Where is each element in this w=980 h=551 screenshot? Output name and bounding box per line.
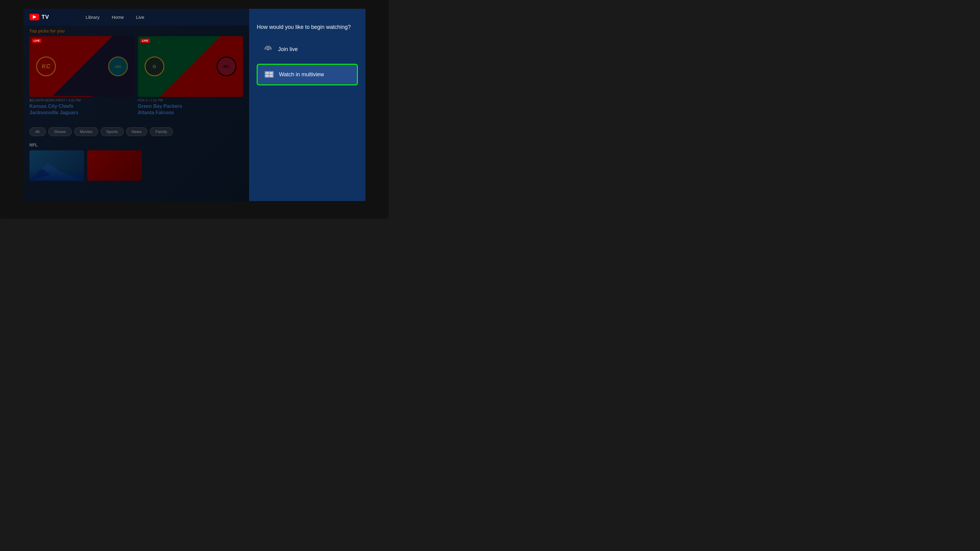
kc-chiefs-logo-area: KC [35,56,57,77]
falcons-logo-area: ATL [216,56,237,77]
jaguars-logo: JAG [108,57,128,76]
mv-cell-2 [269,72,273,74]
filter-shows[interactable]: Shows [48,127,72,136]
nav-library[interactable]: Library [86,14,100,20]
nfl-cards [29,150,243,181]
mv-cell-3 [266,75,269,77]
filter-buttons: 4K Shows Movies Sports News Family [29,127,173,136]
jaguars-logo-area: JAG [108,56,129,77]
card-1-info: ATLANTA NEWS FIRST • 1:01 PM Kansas City… [29,98,135,116]
live-badge-1: LIVE [32,38,41,43]
nav-home[interactable]: Home [112,14,124,20]
card-1-channel-time: ATLANTA NEWS FIRST • 1:01 PM [29,98,135,102]
multiview-icon [264,69,274,80]
mv-cell-4 [269,75,273,77]
top-picks-label: Top picks for you [29,29,65,33]
signal-icon [263,44,274,55]
play-triangle [33,15,37,19]
left-panel: TV Library Home Live Top picks for you 3… [23,9,249,202]
card-2-channel-time: FOX 5 • 1:01 PM [138,98,243,102]
watch-multiview-label: Watch in multiview [279,71,324,78]
nav-live[interactable]: Live [136,14,145,20]
filter-family[interactable]: Family [150,127,173,136]
watch-multiview-option[interactable]: Watch in multiview [257,64,358,85]
mv-cell-1 [266,72,269,74]
gb-packers-logo-area: G [144,56,165,77]
nfl-card-1[interactable] [29,150,84,181]
filter-news[interactable]: News [126,127,148,136]
live-badge-2: LIVE [140,38,150,43]
card-packers-falcons[interactable]: LIVE G ATL [138,36,243,97]
nav-links: Library Home Live [86,14,144,20]
cards-container: LIVE KC JAG LIVE G ATL [29,36,243,97]
card-1-game-title: Kansas City Chiefs Jacksonville Jaguars [29,103,135,116]
nfl-label: NFL [29,143,243,147]
screen: TV Library Home Live Top picks for you 3… [23,9,366,202]
svg-marker-0 [29,162,84,181]
youtube-tv-logo: TV [29,14,49,21]
filter-4k[interactable]: 4K [29,127,46,136]
youtube-icon [29,14,39,21]
filter-movies[interactable]: Movies [74,127,98,136]
join-live-option[interactable]: Join live [257,40,358,59]
nfl-card-2[interactable] [87,150,142,181]
join-live-label: Join live [278,46,298,52]
tv-frame: TV Library Home Live Top picks for you 3… [0,0,389,219]
kc-logo: KC [36,57,56,76]
gb-logo: G [145,57,164,76]
svg-point-2 [267,48,269,50]
nfl-section: NFL [29,143,243,181]
progress-bar-1 [29,96,93,97]
card-2-game-title: Green Bay Packers Atlanta Falcons [138,103,243,116]
question-text: How would you like to begin watching? [257,24,358,30]
cards-info: ATLANTA NEWS FIRST • 1:01 PM Kansas City… [29,98,243,116]
logo-text: TV [41,14,49,21]
app-header: TV Library Home Live [23,9,249,25]
svg-marker-1 [29,168,51,181]
filter-sports[interactable]: Sports [100,127,124,136]
card-2-info: FOX 5 • 1:01 PM Green Bay Packers Atlant… [138,98,243,116]
falcons-logo: ATL [216,57,236,76]
right-panel-overlay: How would you like to begin watching? Jo… [249,9,366,202]
card-chiefs-jaguars[interactable]: LIVE KC JAG [29,36,135,97]
